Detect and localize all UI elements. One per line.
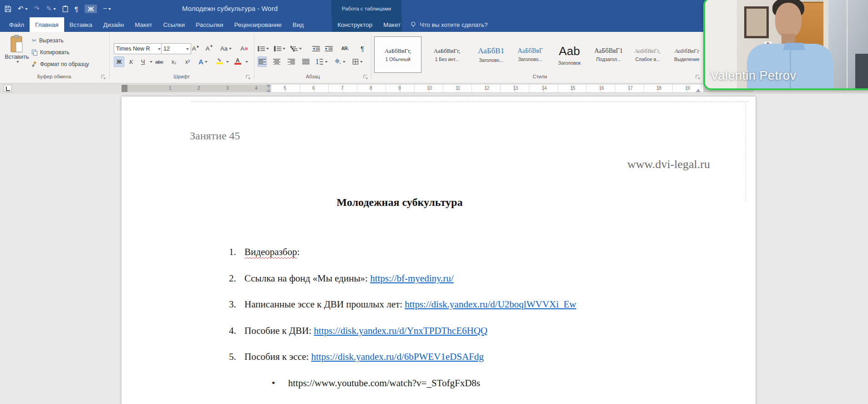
font-family-select[interactable]: Times New R xyxy=(114,43,163,54)
first-line-indent-marker[interactable] xyxy=(266,85,271,88)
ruler-number: 6 xyxy=(312,85,315,92)
tab-макет[interactable]: Макет xyxy=(378,17,406,32)
styles-dialog-launcher-icon[interactable] xyxy=(695,75,701,80)
list-marker: • xyxy=(272,378,288,389)
italic-button[interactable]: К xyxy=(127,56,136,67)
style-chip[interactable]: АаБбВвГЗаголово... xyxy=(512,36,549,73)
tell-me-box[interactable]: Что вы хотите сделать? xyxy=(410,17,487,32)
participant-name: Valentin Petrov xyxy=(711,69,797,83)
chevron-down-icon[interactable] xyxy=(226,61,229,64)
style-name: Слабое в... xyxy=(635,56,660,62)
ruler[interactable]: 1234567891011121314151617181920 xyxy=(122,85,753,92)
paste-icon[interactable] xyxy=(62,5,68,12)
tab-главная[interactable]: Главная xyxy=(30,17,64,32)
paste-button[interactable]: Вставить xyxy=(4,35,30,71)
document-page[interactable]: Занятие 45 www.dvi-legal.ru Молодежная с… xyxy=(122,97,756,404)
list-text: https://www.youtube.com/watch?v=_STofgFx… xyxy=(288,378,480,389)
shrink-font-button[interactable]: А▼ xyxy=(205,43,214,54)
table-border-dashed xyxy=(746,102,746,202)
style-chip[interactable]: АаБбВвГг,1 Обычный xyxy=(374,36,421,73)
list-marker: 5. xyxy=(229,351,244,363)
tab-дизайн[interactable]: Дизайн xyxy=(98,17,129,32)
shading-button[interactable] xyxy=(334,56,345,67)
change-case-button[interactable]: Аа xyxy=(220,43,232,54)
right-indent-marker[interactable] xyxy=(696,89,700,92)
style-chip[interactable]: АаБбВвГг,1 Без инт... xyxy=(423,36,471,73)
subscript-button[interactable]: x₂ xyxy=(169,56,178,67)
multilevel-list-button[interactable] xyxy=(290,43,302,54)
ruler-number: 11 xyxy=(456,85,460,92)
clear-formatting-button[interactable]: А xyxy=(239,43,249,54)
save-icon[interactable] xyxy=(5,5,11,12)
line-spacing-button[interactable] xyxy=(316,56,328,67)
chevron-down-icon xyxy=(108,8,111,11)
bold-quick-button[interactable]: Ж xyxy=(85,5,97,13)
style-chip[interactable]: АаБбВвГг,Слабое в... xyxy=(629,36,666,73)
grow-font-button[interactable]: А▲ xyxy=(191,43,200,54)
customize-qat-button[interactable] xyxy=(103,7,111,10)
tab-вставка[interactable]: Вставка xyxy=(64,17,98,32)
decrease-indent-button[interactable] xyxy=(311,43,320,54)
tab-selector[interactable] xyxy=(4,85,12,92)
justify-button[interactable] xyxy=(301,56,310,67)
tab-вид[interactable]: Вид xyxy=(287,17,309,32)
clipboard-icon xyxy=(10,35,24,54)
style-chip[interactable]: АаБбВвГгВыделение xyxy=(668,36,706,73)
cut-button[interactable]: ✂ Вырезать xyxy=(32,37,63,44)
style-name: 1 Обычный xyxy=(385,56,410,62)
tab-ссылки[interactable]: Ссылки xyxy=(157,17,190,32)
hanging-indent-marker[interactable] xyxy=(266,89,271,92)
font-size-select[interactable]: 12 xyxy=(161,43,191,54)
list-text-suffix: : xyxy=(297,246,300,257)
tab-макет[interactable]: Макет xyxy=(129,17,157,32)
style-sample: АаБбВвГ xyxy=(518,47,543,55)
tab-рассылки[interactable]: Рассылки xyxy=(190,17,229,32)
numbering-button[interactable] xyxy=(274,43,285,54)
list-marker: 3. xyxy=(229,299,244,310)
group-divider xyxy=(371,34,371,79)
increase-indent-button[interactable] xyxy=(324,43,333,54)
undo-button[interactable]: ↶ xyxy=(18,5,28,13)
hyperlink[interactable]: https://disk.yandex.ru/d/6bPWEV1eDSAFdg xyxy=(311,351,484,362)
clipboard-dialog-launcher-icon[interactable] xyxy=(101,75,107,80)
style-chip[interactable]: АаБбВ1Заголово... xyxy=(472,36,510,73)
align-left-button[interactable] xyxy=(258,56,267,67)
underline-button[interactable]: Ч xyxy=(138,56,147,67)
align-right-button[interactable] xyxy=(287,56,296,67)
chevron-down-icon[interactable] xyxy=(245,61,248,64)
font-size-value: 12 xyxy=(163,46,170,52)
style-chip[interactable]: АаБбВвГ1Подзагол... xyxy=(590,36,627,73)
style-sample: АаБбВ1 xyxy=(478,46,504,56)
borders-button[interactable] xyxy=(352,56,363,67)
font-dialog-launcher-icon[interactable] xyxy=(246,75,251,80)
tell-me-label: Что вы хотите сделать? xyxy=(420,21,487,28)
copy-button[interactable]: Копировать xyxy=(32,49,70,56)
font-color-button[interactable]: А xyxy=(233,56,242,66)
tab-рецензирование[interactable]: Рецензирование xyxy=(229,17,287,32)
ruler-number: 13 xyxy=(513,85,518,92)
bullets-button[interactable] xyxy=(258,43,269,54)
hyperlink[interactable]: https://disk.yandex.ru/d/YnxTPDThcE6HQQ xyxy=(314,325,487,336)
document-area: Занятие 45 www.dvi-legal.ru Молодежная с… xyxy=(0,94,868,404)
style-chip[interactable]: AabЗаголовок xyxy=(551,36,588,73)
align-center-button[interactable] xyxy=(272,56,281,67)
hyperlink[interactable]: https://disk.yandex.ru/d/U2boqlWVVXi_Ew xyxy=(405,299,576,310)
paragraph-dialog-launcher-icon[interactable] xyxy=(363,75,369,80)
group-divider xyxy=(254,34,254,79)
show-marks-button[interactable]: ¶ xyxy=(75,5,78,13)
style-sample: АаБбВвГг, xyxy=(385,47,411,55)
sort-button[interactable]: АЯ↓ xyxy=(340,43,350,54)
superscript-button[interactable]: x² xyxy=(183,56,192,67)
hyperlink[interactable]: https://bf-myediny.ru/ xyxy=(370,273,454,284)
webcam-overlay[interactable]: Valentin Petrov xyxy=(703,0,868,90)
chevron-down-icon[interactable] xyxy=(150,61,152,64)
format-painter-button[interactable]: Формат по образцу xyxy=(32,61,89,67)
bold-button[interactable]: Ж xyxy=(114,56,124,67)
tab-конструктор[interactable]: Конструктор xyxy=(332,17,378,32)
tab-файл[interactable]: Файл xyxy=(4,17,30,32)
list-marker: 2. xyxy=(229,273,244,284)
highlight-color-button[interactable]: ✎ xyxy=(215,56,224,66)
show-paragraph-marks-button[interactable]: ¶ xyxy=(358,43,367,54)
strikethrough-button[interactable]: abc xyxy=(155,56,164,67)
text-effects-button[interactable]: А xyxy=(198,56,208,67)
